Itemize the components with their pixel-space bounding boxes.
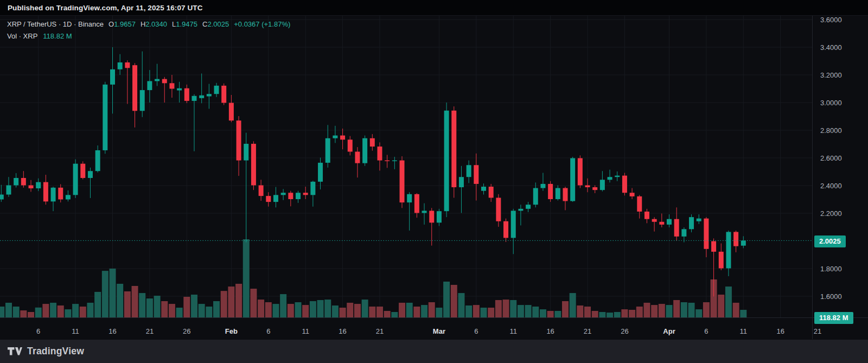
candle-body (355, 152, 360, 163)
candle-body (540, 184, 545, 188)
time-tick-label: Apr (663, 327, 675, 335)
candle-body (385, 161, 390, 161)
volume-bar (577, 305, 583, 317)
volume-bar (183, 297, 190, 317)
candle-body (578, 158, 583, 186)
candle-body (652, 219, 657, 222)
volume-pane (0, 239, 746, 317)
volume-bar (235, 284, 242, 317)
candle-body (726, 232, 731, 268)
time-tick-label: 21 (814, 327, 821, 335)
volume-bar (540, 309, 546, 317)
time-tick-label: 16 (546, 327, 554, 335)
volume-bar (94, 292, 101, 317)
candle-body (667, 219, 672, 225)
candle-body (467, 165, 471, 177)
candle-body (608, 177, 612, 180)
volume-bar (629, 310, 635, 317)
volume-bar (280, 294, 286, 317)
volume-bar (399, 303, 405, 317)
tradingview-logo[interactable]: TradingView (8, 346, 84, 357)
close-key: C (202, 21, 207, 28)
candle-body (125, 62, 130, 68)
volume-bar (406, 303, 413, 317)
volume-bar (347, 303, 353, 317)
candle-body (719, 252, 724, 269)
volume-bar (666, 305, 673, 317)
candle-body (169, 83, 174, 88)
volume-bar (695, 309, 702, 317)
time-tick-label: 6 (36, 327, 40, 335)
volume-label[interactable]: Vol · XRP (7, 33, 37, 40)
candlestick-chart[interactable]: 3.60003.40003.20003.00002.80002.60002.40… (0, 0, 868, 363)
volume-bar (176, 308, 183, 317)
close-value: 2.0025 (207, 21, 229, 28)
symbol-title[interactable]: XRP / TetherUS · 1D · Binance (7, 21, 104, 28)
volume-bar (324, 300, 331, 317)
candle-body (177, 88, 182, 91)
time-tick-label: 26 (183, 327, 190, 335)
volume-bar (733, 303, 739, 317)
candle-body (711, 241, 716, 252)
volume-bar (20, 310, 27, 317)
candle-body (481, 187, 486, 191)
volume-bar (58, 305, 64, 317)
volume-bar (161, 301, 168, 317)
volume-bar (413, 307, 420, 317)
candle-body (214, 86, 219, 94)
candle-body (548, 184, 553, 199)
volume-bar (376, 307, 383, 317)
volume-bar (465, 305, 472, 317)
candle-body (704, 219, 709, 249)
open-value: 1.9657 (114, 21, 136, 28)
volume-bar (429, 302, 435, 317)
time-tick-label: 6 (266, 327, 270, 335)
candle-body (155, 79, 159, 81)
candle-body (697, 219, 701, 221)
volume-bar (525, 305, 532, 317)
candle-body (518, 209, 523, 211)
candle-body (66, 195, 71, 199)
volume-bar (436, 308, 442, 317)
volume-bar (651, 305, 658, 317)
volume-bar (340, 308, 346, 317)
volume-bar (607, 313, 613, 317)
volume-bar (124, 291, 131, 317)
price-tick-label: 3.2000 (820, 71, 842, 79)
price-tick-label: 3.6000 (820, 16, 842, 24)
candle-body (526, 205, 531, 209)
volume-bar (443, 282, 450, 317)
candle-body (43, 182, 48, 202)
candle-body (444, 111, 449, 211)
candle-body (489, 187, 494, 198)
candle-body (244, 144, 248, 161)
candle-body (637, 196, 642, 212)
price-tick-label: 2.2000 (820, 209, 842, 218)
candle-body (221, 86, 226, 103)
candle-body (407, 194, 412, 202)
tradingview-logo-text: TradingView (27, 346, 84, 357)
volume-bar (87, 303, 93, 317)
volume-bar (72, 304, 79, 317)
volume-bar (228, 286, 234, 317)
volume-bar (518, 305, 524, 317)
candle-body (21, 178, 26, 186)
candle-body (110, 69, 115, 85)
time-tick-label: 21 (146, 327, 154, 335)
volume-bar (302, 305, 309, 317)
candle-body (51, 188, 56, 202)
volume-bar (317, 300, 324, 317)
volume-bar (384, 311, 391, 317)
low-key: L (172, 21, 176, 28)
candle-body (88, 171, 93, 178)
volume-bar (614, 312, 621, 317)
volume-bar (13, 307, 20, 317)
volume-bar (659, 304, 665, 317)
time-tick-label: Feb (225, 327, 238, 335)
tradingview-logo-icon (8, 347, 22, 355)
volume-bar (703, 302, 710, 317)
candle-body (451, 111, 456, 187)
last-volume-badge: 118.82 M (814, 312, 853, 324)
volume-bar (42, 304, 49, 317)
candle-body (563, 188, 567, 201)
